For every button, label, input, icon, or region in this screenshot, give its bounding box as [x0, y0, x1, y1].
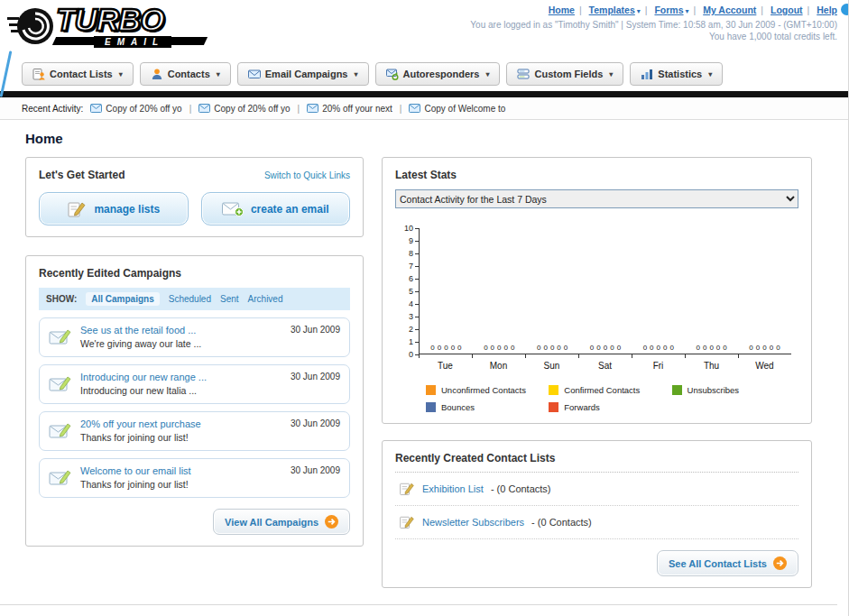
create-email-button[interactable]: create an email	[201, 192, 351, 225]
envelope-pencil-icon	[49, 465, 72, 491]
recent-activity-text: Copy of 20% off yo	[214, 104, 290, 114]
x-axis-label: Fri	[632, 361, 685, 371]
nav-separator	[579, 5, 582, 15]
recent-activity-item[interactable]: Copy of Welcome to	[409, 104, 505, 114]
tabs: Contact Lists Contacts Email Campaigns A…	[22, 62, 848, 86]
caret-down-icon	[354, 70, 357, 78]
manage-lists-label: manage lists	[94, 203, 160, 216]
nav-link-my-account[interactable]: My Account	[703, 5, 756, 15]
tab-label: Custom Fields	[534, 69, 603, 79]
value-label-group: 00000	[643, 344, 674, 352]
legend-swatch-icon	[549, 385, 558, 395]
contact-list-name-link[interactable]: Exhibition List	[422, 483, 484, 494]
tab-contacts[interactable]: Contacts	[140, 62, 231, 86]
recent-contact-lists-panel: Recently Created Contact Lists Exhibitio…	[382, 440, 812, 588]
campaign-info: 20% off your next purchase Thanks for jo…	[80, 418, 282, 444]
view-all-campaigns-button[interactable]: View All Campaigns	[213, 509, 350, 535]
x-axis-label: Tue	[419, 361, 472, 371]
recent-activity-item[interactable]: Copy of 20% off yo	[90, 104, 181, 114]
contact-list-row[interactable]: Exhibition List - (0 Contacts)	[395, 473, 798, 506]
stats-period-select[interactable]: Contact Activity for the Last 7 Days	[395, 189, 798, 208]
tab-label: Statistics	[658, 69, 702, 79]
caret-down-icon	[708, 70, 712, 78]
campaign-row[interactable]: 20% off your next purchase Thanks for jo…	[39, 411, 350, 451]
activity-separator	[189, 104, 192, 114]
legend-label: Forwards	[564, 402, 600, 412]
pencil-icon	[67, 199, 87, 219]
logo: TURBO EMAIL	[7, 2, 246, 51]
caret-down-icon	[686, 7, 689, 15]
value-label-group: 00000	[749, 344, 780, 352]
nav-link-templates[interactable]: Templates	[589, 5, 635, 15]
nav-link-home[interactable]: Home	[549, 5, 575, 15]
recent-activity-item[interactable]: 20% off your next	[307, 104, 392, 114]
campaign-row[interactable]: Welcome to our email list Thanks for joi…	[39, 458, 350, 498]
tab-contact-lists[interactable]: Contact Lists	[22, 62, 134, 86]
autoresponders-icon	[386, 68, 399, 80]
manage-lists-button[interactable]: manage lists	[39, 192, 189, 225]
create-email-label: create an email	[251, 203, 329, 216]
chart-x-labels: TueMonSunSatFriThuWed	[419, 361, 791, 371]
nav-link-logout[interactable]: Logout	[771, 5, 803, 15]
chart-value-labels: 00000000000000000000000000000000000	[420, 344, 791, 352]
campaign-date: 30 Jun 2009	[291, 418, 340, 444]
legend-label: Unconfirmed Contacts	[441, 385, 526, 395]
filter-scheduled[interactable]: Scheduled	[169, 294, 211, 304]
campaign-date: 30 Jun 2009	[291, 325, 340, 350]
legend-swatch-icon	[426, 385, 436, 395]
email-icon	[198, 104, 210, 113]
campaign-subtitle: We're giving away our late ...	[80, 338, 282, 349]
envelope-plus-icon	[222, 201, 244, 217]
tab-statistics[interactable]: Statistics	[630, 62, 723, 86]
x-axis-label: Mon	[472, 361, 525, 371]
switch-quick-links-link[interactable]: Switch to Quick Links	[264, 170, 350, 180]
legend-item: Forwards	[549, 402, 671, 412]
campaign-title-link[interactable]: Welcome to our email list	[80, 465, 282, 476]
legend-swatch-icon	[549, 402, 558, 412]
x-axis-label: Wed	[738, 361, 791, 371]
tab-autoresponders[interactable]: Autoresponders	[375, 62, 501, 86]
chart-legend: Unconfirmed ContactsConfirmed ContactsUn…	[426, 385, 798, 412]
caret-down-icon	[637, 7, 641, 15]
recent-activity-bar: Recent Activity: Copy of 20% off yo Copy…	[0, 97, 848, 120]
filter-archived[interactable]: Archived	[248, 294, 283, 304]
filter-all-campaigns[interactable]: All Campaigns	[86, 292, 159, 306]
contact-lists-title: Recently Created Contact Lists	[395, 452, 798, 473]
filter-sent[interactable]: Sent	[220, 294, 239, 304]
tab-custom-fields[interactable]: Custom Fields	[506, 62, 623, 86]
see-all-contact-lists-button[interactable]: See All Contact Lists	[657, 550, 798, 576]
campaign-title-link[interactable]: 20% off your next purchase	[80, 418, 282, 429]
logo-title: TURBO	[56, 2, 163, 38]
corner-dot-decoration	[841, 4, 849, 15]
statistics-icon	[641, 68, 653, 80]
campaign-row[interactable]: See us at the retail food ... We're givi…	[39, 317, 350, 357]
legend-item: Unconfirmed Contacts	[426, 385, 549, 395]
campaign-title-link[interactable]: Introducing our new range ...	[80, 372, 282, 382]
campaign-title-link[interactable]: See us at the retail food ...	[80, 325, 282, 336]
chart-x-ticks	[419, 354, 791, 358]
recent-activity-item[interactable]: Copy of 20% off yo	[198, 104, 290, 114]
contact-list-name-link[interactable]: Newsletter Subscribers	[422, 517, 524, 528]
activity-separator	[400, 104, 402, 114]
tab-email-campaigns[interactable]: Email Campaigns	[237, 62, 369, 86]
login-info: You are logged in as "Timothy Smith" | S…	[470, 20, 837, 30]
campaign-date: 30 Jun 2009	[291, 372, 340, 397]
recent-activity-label: Recent Activity:	[22, 104, 83, 114]
value-label-group: 00000	[537, 344, 568, 352]
campaigns-filter-bar: SHOW: All Campaigns Scheduled Sent Archi…	[39, 288, 350, 310]
get-started-panel: Let's Get Started Switch to Quick Links …	[25, 157, 364, 237]
campaign-subtitle: Introducing our new Italia ...	[80, 385, 282, 396]
nav-link-forms[interactable]: Forms	[654, 5, 683, 15]
campaign-row[interactable]: Introducing our new range ... Introducin…	[39, 364, 350, 404]
caret-down-icon	[609, 70, 613, 78]
header-right: Home Templates Forms My Account Logout H…	[470, 5, 837, 41]
nav-link-help[interactable]: Help	[817, 5, 837, 15]
header-nav: Home Templates Forms My Account Logout H…	[470, 5, 837, 15]
campaign-date: 30 Jun 2009	[291, 465, 340, 491]
left-column: Let's Get Started Switch to Quick Links …	[25, 157, 364, 547]
legend-label: Bounces	[441, 402, 475, 412]
contact-list-row[interactable]: Newsletter Subscribers - (0 Contacts)	[395, 506, 798, 539]
recent-activity-text: Copy of 20% off yo	[106, 104, 181, 114]
legend-swatch-icon	[426, 402, 436, 412]
caret-down-icon	[485, 70, 489, 78]
